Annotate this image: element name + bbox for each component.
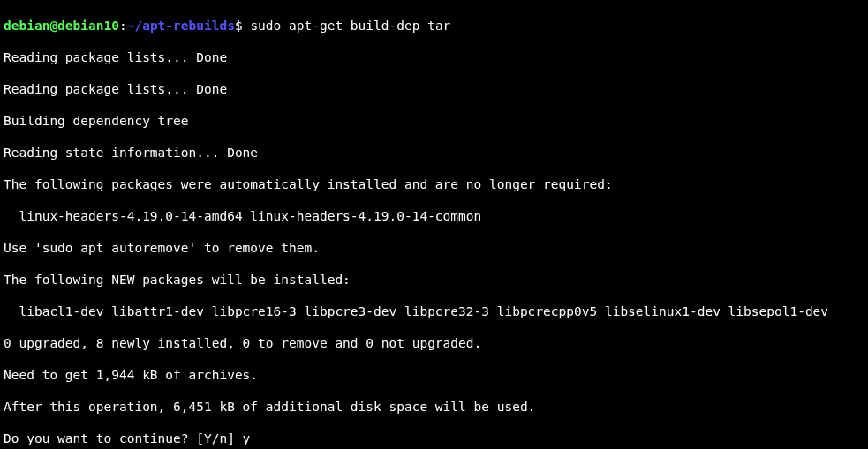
output-line: Reading package lists... Done	[4, 81, 864, 97]
prompt-dollar: $	[235, 19, 250, 33]
output-line: Do you want to continue? [Y/n] y	[4, 430, 864, 446]
output-line: linux-headers-4.19.0-14-amd64 linux-head…	[4, 208, 864, 224]
output-line: Reading package lists... Done	[4, 49, 864, 65]
output-line: 0 upgraded, 8 newly installed, 0 to remo…	[4, 335, 864, 351]
prompt-line: debian@debian10:~/apt-rebuilds$ sudo apt…	[4, 18, 864, 34]
prompt-path: ~/apt-rebuilds	[127, 19, 235, 33]
output-line: The following NEW packages will be insta…	[4, 272, 864, 288]
output-line: After this operation, 6,451 kB of additi…	[4, 399, 864, 415]
output-line: Reading state information... Done	[4, 145, 864, 161]
output-line: libacl1-dev libattr1-dev libpcre16-3 lib…	[4, 303, 864, 319]
terminal-window[interactable]: debian@debian10:~/apt-rebuilds$ sudo apt…	[0, 0, 868, 449]
prompt-user-host: debian@debian10	[4, 19, 119, 33]
command-text: sudo apt-get build-dep tar	[250, 19, 450, 33]
output-line: Use 'sudo apt autoremove' to remove them…	[4, 240, 864, 256]
output-line: The following packages were automaticall…	[4, 176, 864, 192]
output-line: Building dependency tree	[4, 113, 864, 129]
output-line: Need to get 1,944 kB of archives.	[4, 367, 864, 383]
prompt-colon: :	[119, 19, 127, 33]
